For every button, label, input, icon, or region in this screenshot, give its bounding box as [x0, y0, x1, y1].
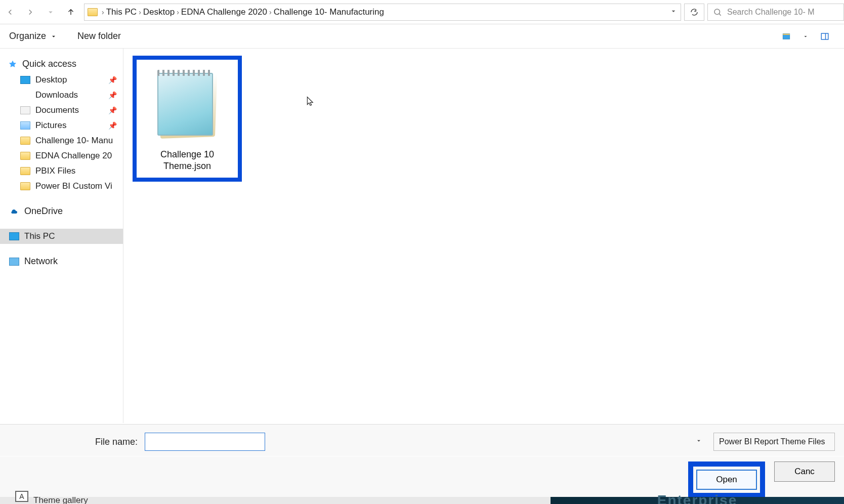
sidebar-item-challenge10[interactable]: Challenge 10- Manu: [0, 133, 123, 148]
filter-label: Power BI Report Theme Files: [719, 437, 825, 446]
forward-arrow-icon[interactable]: [20, 0, 40, 24]
folder-icon: [20, 137, 30, 145]
svg-rect-3: [821, 33, 828, 39]
desktop-icon: [20, 76, 30, 84]
folder-icon: [20, 152, 30, 160]
sidebar-item-label: EDNA Challenge 20: [35, 151, 112, 161]
search-box[interactable]: Search Challenge 10- M: [707, 4, 844, 21]
new-folder-label: New folder: [77, 31, 121, 41]
search-icon: [713, 8, 722, 17]
footer-strip: A Theme gallery Enterprise: [0, 497, 844, 504]
svg-point-0: [714, 9, 720, 15]
organize-label: Organize: [9, 31, 46, 41]
letter-a-icon: A: [15, 491, 28, 502]
sidebar-item-label: Pictures: [35, 120, 66, 131]
sidebar-item-downloads[interactable]: Downloads📌: [0, 88, 123, 103]
file-pane[interactable]: Challenge 10 Theme.json: [123, 49, 844, 423]
view-mode-icon[interactable]: [780, 31, 792, 41]
footer-left: A Theme gallery: [0, 497, 551, 504]
refresh-icon[interactable]: [684, 4, 704, 21]
open-label: Open: [716, 475, 737, 485]
toolbar: Organize New folder: [0, 24, 844, 49]
file-tile[interactable]: Challenge 10 Theme.json: [137, 60, 238, 178]
notepad-file-icon: [154, 68, 220, 144]
sidebar-quick-access[interactable]: Quick access: [0, 56, 123, 72]
sidebar-item-label: Downloads: [35, 90, 78, 100]
breadcrumb-this-pc[interactable]: This PC: [106, 7, 137, 17]
this-pc-label: This PC: [24, 231, 55, 241]
sidebar: Quick access Desktop📌 Downloads📌 Documen…: [0, 49, 123, 423]
chevron-right-icon[interactable]: ›: [102, 8, 104, 16]
file-name-input-wrap: [145, 433, 706, 451]
back-arrow-icon[interactable]: [0, 0, 20, 24]
sidebar-item-edna[interactable]: EDNA Challenge 20: [0, 148, 123, 163]
network-label: Network: [24, 256, 58, 267]
file-name-row: File name: Power BI Report Theme Files: [0, 424, 844, 456]
file-name-label: File name:: [95, 437, 138, 447]
addr-dropdown-icon[interactable]: [669, 7, 678, 17]
breadcrumb-desktop[interactable]: Desktop: [143, 7, 175, 17]
sidebar-item-label: Desktop: [35, 75, 67, 85]
sidebar-item-label: Documents: [35, 105, 79, 115]
file-label: Challenge 10 Theme.json: [142, 149, 233, 173]
sidebar-onedrive[interactable]: OneDrive: [0, 203, 123, 220]
sidebar-this-pc[interactable]: This PC: [0, 229, 123, 244]
sidebar-item-label: Power BI Custom Vi: [35, 181, 112, 191]
sidebar-item-label: Challenge 10- Manu: [35, 136, 113, 146]
chevron-down-icon[interactable]: [695, 437, 702, 446]
breadcrumb-challenge10[interactable]: Challenge 10- Manufacturing: [274, 7, 384, 17]
preview-pane-icon[interactable]: [819, 31, 831, 41]
view-options: [780, 31, 831, 41]
folder-icon: [88, 8, 98, 16]
footer-right-label: Enterprise: [657, 492, 738, 504]
file-type-filter[interactable]: Power BI Report Theme Files: [713, 433, 835, 451]
folder-icon: [20, 167, 30, 175]
cloud-icon: [9, 207, 19, 216]
pin-icon: 📌: [108, 121, 117, 130]
search-placeholder: Search Challenge 10- M: [727, 8, 815, 17]
view-dropdown-icon[interactable]: [799, 31, 812, 41]
chevron-right-icon[interactable]: ›: [139, 8, 141, 16]
documents-icon: [20, 106, 30, 114]
sidebar-item-pbix[interactable]: PBIX Files: [0, 163, 123, 179]
address-bar: › This PC › Desktop › EDNA Challenge 202…: [0, 0, 844, 24]
file-name-input[interactable]: [145, 433, 265, 451]
breadcrumb-box[interactable]: › This PC › Desktop › EDNA Challenge 202…: [84, 4, 681, 21]
chevron-down-icon: [50, 33, 57, 40]
recent-dropdown-icon[interactable]: [40, 0, 61, 24]
pictures-icon: [20, 121, 30, 130]
breadcrumb-edna[interactable]: EDNA Challenge 2020: [181, 7, 267, 17]
chevron-right-icon[interactable]: ›: [177, 8, 179, 16]
pin-icon: 📌: [108, 106, 117, 114]
open-button[interactable]: Open: [696, 470, 757, 490]
organize-button[interactable]: Organize: [9, 31, 57, 41]
cancel-button[interactable]: Canc: [774, 461, 835, 482]
cancel-label: Canc: [794, 467, 815, 477]
svg-rect-2: [783, 33, 790, 34]
sidebar-item-documents[interactable]: Documents📌: [0, 103, 123, 118]
sidebar-item-desktop[interactable]: Desktop📌: [0, 72, 123, 88]
network-icon: [9, 258, 19, 266]
downloads-icon: [20, 91, 30, 99]
onedrive-label: OneDrive: [24, 206, 63, 217]
folder-icon: [20, 182, 30, 190]
sidebar-item-pictures[interactable]: Pictures📌: [0, 118, 123, 133]
pin-icon: 📌: [108, 76, 117, 84]
chevron-right-icon[interactable]: ›: [269, 8, 272, 16]
sidebar-item-label: PBIX Files: [35, 166, 75, 176]
annotation-highlight: Challenge 10 Theme.json: [133, 56, 242, 182]
main-area: Quick access Desktop📌 Downloads📌 Documen…: [0, 49, 844, 423]
cursor-icon: [306, 95, 316, 110]
quick-access-label: Quick access: [22, 59, 76, 69]
new-folder-button[interactable]: New folder: [77, 31, 121, 41]
sidebar-item-powerbi[interactable]: Power BI Custom Vi: [0, 179, 123, 194]
pc-icon: [9, 232, 19, 240]
star-icon: [8, 60, 17, 69]
sidebar-network[interactable]: Network: [0, 253, 123, 270]
footer-right: Enterprise: [551, 497, 844, 504]
up-arrow-icon[interactable]: [61, 0, 81, 24]
pin-icon: 📌: [108, 91, 117, 99]
footer-left-label: Theme gallery: [33, 495, 88, 504]
